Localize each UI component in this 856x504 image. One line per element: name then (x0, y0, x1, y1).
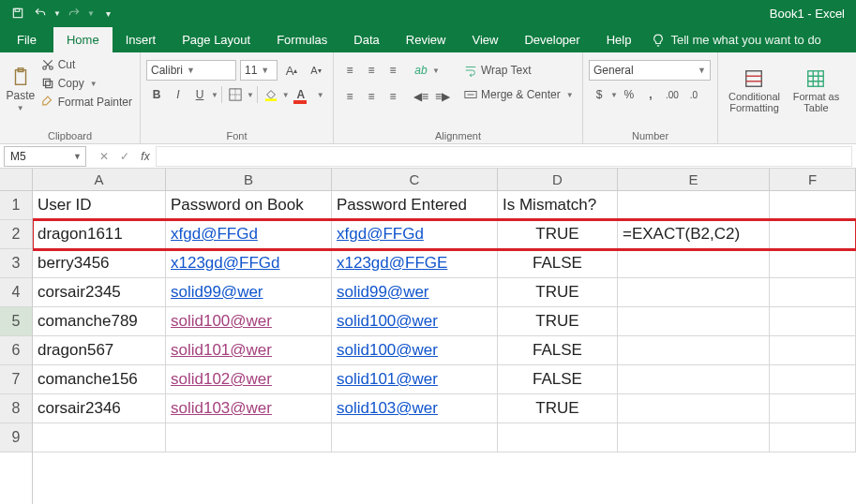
tab-data[interactable]: Data (340, 27, 392, 52)
cell[interactable]: x123gd@FFGE (332, 249, 498, 277)
align-right-button[interactable]: ≡ (383, 86, 403, 107)
cell[interactable] (618, 336, 770, 364)
cell[interactable]: dragon567 (33, 336, 166, 364)
row-header[interactable]: 6 (0, 336, 32, 365)
align-center-button[interactable]: ≡ (361, 86, 382, 107)
cell[interactable]: solid101@wer (332, 365, 498, 393)
cell[interactable] (618, 365, 770, 393)
enter-formula-button[interactable]: ✓ (114, 150, 135, 163)
decrease-decimal-button[interactable]: .0 (683, 84, 704, 105)
name-box[interactable]: M5▼ (4, 146, 86, 167)
qat-customize[interactable]: ▾ (98, 3, 118, 23)
cell[interactable] (770, 394, 856, 422)
bold-button[interactable]: B (146, 84, 167, 105)
cell[interactable]: TRUE (498, 220, 618, 248)
align-middle-button[interactable]: ≡ (361, 60, 382, 81)
borders-button[interactable] (225, 84, 246, 105)
cell[interactable]: solid101@wer (166, 336, 332, 364)
cell[interactable] (618, 191, 770, 219)
cell[interactable]: corsair2346 (33, 394, 166, 422)
cell[interactable] (770, 307, 856, 335)
decrease-indent-button[interactable]: ◀≡ (411, 86, 431, 107)
row-header[interactable]: 2 (0, 220, 32, 249)
undo-button[interactable] (30, 3, 51, 23)
orientation-button[interactable]: ab (411, 60, 431, 81)
cell[interactable]: TRUE (498, 394, 618, 422)
cell[interactable]: xfgd@FFGd (166, 220, 332, 248)
cell[interactable]: User ID (33, 191, 166, 219)
cell[interactable]: solid103@wer (166, 394, 332, 422)
row-header[interactable]: 3 (0, 249, 32, 278)
tell-me-search[interactable]: Tell me what you want to do (652, 33, 820, 52)
cell[interactable]: berry3456 (33, 249, 166, 277)
cell[interactable]: x123gd@FFGd (166, 249, 332, 277)
cell[interactable]: solid100@wer (332, 307, 498, 335)
cell[interactable]: comanche156 (33, 365, 166, 393)
tab-help[interactable]: Help (593, 27, 645, 52)
cell[interactable]: Is Mismatch? (498, 191, 618, 219)
cell[interactable]: solid103@wer (332, 394, 498, 422)
cell[interactable]: comanche789 (33, 307, 166, 335)
cell[interactable] (618, 278, 770, 306)
cell[interactable]: Password on Book (166, 191, 332, 219)
row-header[interactable]: 9 (0, 423, 32, 452)
italic-button[interactable]: I (168, 84, 188, 105)
tab-home[interactable]: Home (53, 27, 113, 52)
cell[interactable] (33, 423, 166, 452)
cell[interactable] (770, 191, 856, 219)
col-header[interactable]: E (618, 169, 770, 191)
cell[interactable] (618, 307, 770, 335)
select-all-corner[interactable] (0, 169, 32, 191)
save-button[interactable] (8, 3, 28, 23)
cell[interactable] (498, 423, 618, 452)
tab-developer[interactable]: Developer (511, 27, 593, 52)
cell[interactable]: solid99@wer (166, 278, 332, 306)
decrease-font-button[interactable]: A▾ (306, 60, 326, 81)
cell[interactable]: TRUE (498, 278, 618, 306)
number-format-combo[interactable]: General▼ (589, 60, 711, 81)
cell[interactable]: solid99@wer (332, 278, 498, 306)
align-top-button[interactable]: ≡ (339, 60, 360, 81)
tab-insert[interactable]: Insert (113, 27, 170, 52)
conditional-formatting-button[interactable]: Conditional Formatting (724, 58, 785, 124)
format-as-table-button[interactable]: Format as Table (788, 58, 844, 124)
increase-decimal-button[interactable]: .00 (662, 84, 683, 105)
cell[interactable]: FALSE (498, 365, 618, 393)
underline-button[interactable]: U (189, 84, 210, 105)
cell[interactable]: TRUE (498, 307, 618, 335)
font-name-combo[interactable]: Calibri▼ (146, 60, 236, 81)
cell[interactable] (618, 423, 770, 452)
cell[interactable]: Password Entered (332, 191, 498, 219)
wrap-text-button[interactable]: Wrap Text (460, 60, 578, 81)
cell[interactable] (332, 423, 498, 452)
cell[interactable] (770, 423, 856, 452)
tab-formulas[interactable]: Formulas (263, 27, 340, 52)
paste-button[interactable]: Paste ▼ (6, 56, 36, 122)
align-left-button[interactable]: ≡ (339, 86, 360, 107)
redo-button[interactable] (64, 3, 84, 23)
cell[interactable] (770, 336, 856, 364)
cell[interactable]: corsair2345 (33, 278, 166, 306)
cell[interactable]: solid102@wer (166, 365, 332, 393)
cell[interactable] (166, 423, 332, 452)
increase-font-button[interactable]: A▴ (281, 60, 302, 81)
increase-indent-button[interactable]: ≡▶ (432, 86, 453, 107)
cell[interactable] (770, 278, 856, 306)
row-header[interactable]: 8 (0, 394, 32, 423)
undo-dropdown[interactable]: ▼ (53, 3, 62, 23)
cancel-formula-button[interactable]: ✕ (94, 150, 114, 163)
tab-view[interactable]: View (458, 27, 511, 52)
format-painter-button[interactable]: Format Painter (39, 94, 134, 111)
cut-button[interactable]: Cut (39, 56, 134, 73)
comma-format-button[interactable]: , (640, 84, 661, 105)
fill-color-button[interactable] (261, 84, 281, 105)
cell[interactable]: FALSE (498, 249, 618, 277)
tab-review[interactable]: Review (393, 27, 459, 52)
tab-file[interactable]: File (0, 27, 53, 52)
row-header[interactable]: 7 (0, 365, 32, 394)
col-header[interactable]: C (332, 169, 498, 191)
col-header[interactable]: A (33, 169, 166, 191)
copy-button[interactable]: Copy▼ (39, 75, 134, 92)
row-header[interactable]: 4 (0, 278, 32, 307)
cell[interactable]: solid100@wer (332, 336, 498, 364)
